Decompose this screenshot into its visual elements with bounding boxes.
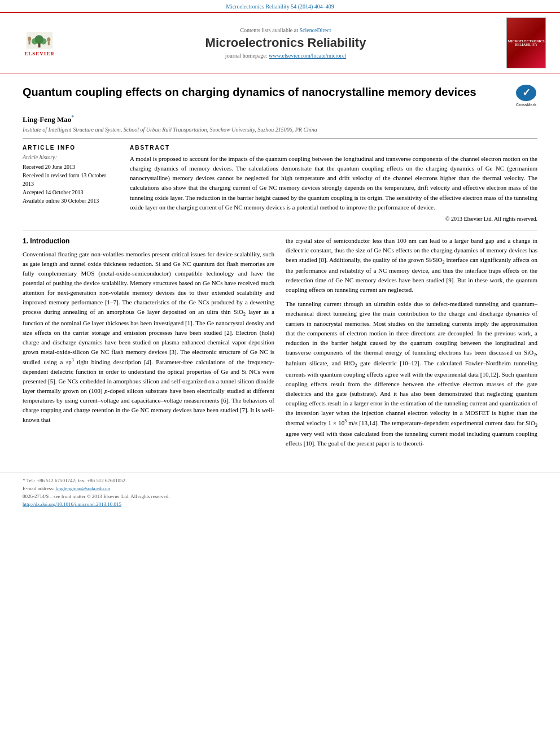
email-label: E-mail address: xyxy=(23,486,54,491)
page: Microelectronics Reliability 54 (2014) 4… xyxy=(0,0,560,747)
svg-point-4 xyxy=(41,38,47,44)
svg-point-5 xyxy=(28,36,31,41)
journal-cover: MICROELECTRONICS RELIABILITY xyxy=(504,18,549,68)
doi-section: http://dx.doi.org/10.1016/j.microrel.201… xyxy=(23,501,537,507)
body-col-left: 1. Introduction Conventional floating ga… xyxy=(23,236,274,453)
article-history-label: Article history: xyxy=(23,154,119,160)
journal-cover-image: MICROELECTRONICS RELIABILITY xyxy=(506,18,546,68)
received-date: Received 20 June 2013 xyxy=(23,163,119,171)
article-title-text: Quantum coupling effects on charging dyn… xyxy=(23,85,515,99)
journal-header-center: Contents lists available at ScienceDirec… xyxy=(73,27,498,59)
copyright-section: 0026-2714/$ – see front matter © 2013 El… xyxy=(23,493,537,499)
elsevier-name: ELSEVIER xyxy=(24,51,55,56)
top-bar: Microelectronics Reliability 54 (2014) 4… xyxy=(0,0,560,12)
email-link[interactable]: lingfengmao@suda.edu.cn xyxy=(55,486,110,491)
journal-title-header: Microelectronics Reliability xyxy=(73,36,498,50)
article-info-column: ARTICLE INFO Article history: Received 2… xyxy=(23,145,119,221)
sciencedirect-link[interactable]: ScienceDirect xyxy=(299,27,331,33)
section1-paragraph2: the crystal size of semiconductor less t… xyxy=(286,236,537,295)
article-title-section: Quantum coupling effects on charging dyn… xyxy=(23,85,537,107)
footnote-label: * Tel.: +86 512 67501742; fax: +86 512 6… xyxy=(23,478,126,483)
svg-point-3 xyxy=(32,38,38,44)
author-name: Ling-Feng Mao xyxy=(23,115,71,124)
revised-date: Received in revised form 13 October 2013 xyxy=(23,171,119,188)
body-section: 1. Introduction Conventional floating ga… xyxy=(23,236,537,453)
cover-title: MICROELECTRONICS RELIABILITY xyxy=(508,40,545,46)
crossmark-label: CrossMark xyxy=(516,102,536,107)
email-section: E-mail address: lingfengmao@suda.edu.cn xyxy=(23,486,537,491)
abstract-column: ABSTRACT A model is proposed to account … xyxy=(130,145,537,221)
abstract-heading: ABSTRACT xyxy=(130,145,537,151)
article-content: Quantum coupling effects on charging dyn… xyxy=(0,73,560,464)
available-online-date: Available online 30 October 2013 xyxy=(23,196,119,205)
accepted-date: Accepted 14 October 2013 xyxy=(23,188,119,196)
author-affiliation: Institute of Intelligent Structure and S… xyxy=(23,126,537,133)
elsevier-logo-section: ELSEVIER xyxy=(11,30,68,56)
section1-paragraph3: The tunneling current through an ultrath… xyxy=(286,299,537,448)
homepage-link[interactable]: www.elsevier.com/locate/microrel xyxy=(269,53,346,59)
author-star: * xyxy=(71,114,74,120)
elsevier-tree-icon xyxy=(23,30,56,50)
svg-rect-6 xyxy=(29,41,30,44)
footer-copyright: 0026-2714/$ – see front matter © 2013 El… xyxy=(23,493,170,499)
journal-homepage: journal homepage: www.elsevier.com/locat… xyxy=(73,53,498,59)
info-abstract-section: ARTICLE INFO Article history: Received 2… xyxy=(23,145,537,221)
divider-1 xyxy=(23,138,537,139)
article-info-heading: ARTICLE INFO xyxy=(23,145,119,151)
crossmark-badge: ✓ CrossMark xyxy=(515,85,537,107)
contents-text: Contents lists available at ScienceDirec… xyxy=(73,27,498,33)
crossmark-icon: ✓ xyxy=(516,85,536,101)
doi-link[interactable]: http://dx.doi.org/10.1016/j.microrel.201… xyxy=(23,501,121,507)
svg-point-7 xyxy=(47,37,50,42)
elsevier-branding: ELSEVIER xyxy=(23,30,56,56)
abstract-copyright: © 2013 Elsevier Ltd. All rights reserved… xyxy=(130,216,537,222)
author-line: Ling-Feng Mao* xyxy=(23,114,537,124)
footer: * Tel.: +86 512 67501742; fax: +86 512 6… xyxy=(0,473,560,515)
journal-header: ELSEVIER Contents lists available at Sci… xyxy=(0,12,560,73)
footnote: * Tel.: +86 512 67501742; fax: +86 512 6… xyxy=(23,478,537,483)
section1-title: 1. Introduction xyxy=(23,236,274,247)
body-col-right: the crystal size of semiconductor less t… xyxy=(286,236,537,453)
divider-2 xyxy=(23,230,537,230)
abstract-text: A model is proposed to account for the i… xyxy=(130,154,537,212)
journal-reference: Microelectronics Reliability 54 (2014) 4… xyxy=(226,3,334,10)
section1-paragraph1: Conventional floating gate non-volatiles… xyxy=(23,250,274,425)
svg-rect-8 xyxy=(48,42,50,45)
